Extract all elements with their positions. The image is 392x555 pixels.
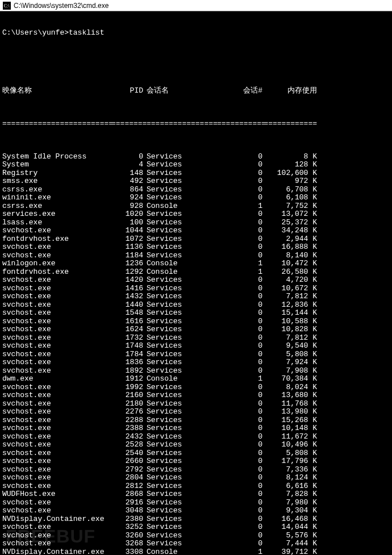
cell-sessionname: Services	[143, 490, 217, 499]
cell-sessionnum: 1	[217, 260, 262, 268]
cell-sessionnum: 0	[217, 523, 262, 532]
cell-sessionname: Services	[143, 499, 217, 507]
cell-memusage: 8,140 K	[262, 252, 317, 260]
table-row: svchost.exe1836Services07,924 K	[2, 358, 390, 367]
cell-pid: 2916	[111, 499, 143, 507]
cell-sessionname: Services	[143, 326, 217, 334]
table-row: svchost.exe2528Services010,496 K	[2, 441, 390, 449]
cell-memusage: 7,908 K	[262, 367, 317, 375]
cell-imagename: Registry	[2, 169, 111, 178]
cell-imagename: csrss.exe	[2, 202, 111, 211]
cell-imagename: svchost.exe	[2, 391, 111, 400]
cell-pid: 2540	[111, 449, 143, 458]
cell-sessionname: Console	[143, 375, 217, 383]
cell-imagename: services.exe	[2, 210, 111, 219]
cell-sessionnum: 0	[217, 301, 262, 310]
cell-sessionnum: 0	[217, 285, 262, 293]
cell-imagename: svchost.exe	[2, 342, 111, 350]
cell-memusage: 15,144 K	[262, 309, 317, 318]
cell-memusage: 10,672 K	[262, 285, 317, 293]
table-row: svchost.exe2660Services017,796 K	[2, 457, 390, 466]
prompt-text: C:\Users\yunfe>tasklist	[2, 29, 104, 37]
cell-sessionnum: 0	[217, 358, 262, 367]
cell-memusage: 4,720 K	[262, 276, 317, 285]
cell-sessionname: Services	[143, 153, 217, 161]
cell-pid: 3048	[111, 507, 143, 515]
cell-imagename: svchost.exe	[2, 482, 111, 491]
table-row: svchost.exe1892Services07,908 K	[2, 367, 390, 375]
cell-sessionname: Services	[143, 416, 217, 425]
cell-memusage: 6,708 K	[262, 186, 317, 194]
cell-imagename: fontdrvhost.exe	[2, 268, 111, 277]
cell-memusage: 17,796 K	[262, 457, 317, 466]
titlebar[interactable]: C:\ C:\Windows\system32\cmd.exe	[0, 0, 392, 11]
table-row: smss.exe492Services0972 K	[2, 177, 390, 186]
blank-line	[2, 54, 390, 62]
cell-imagename: WUDFHost.exe	[2, 490, 111, 499]
table-row: dwm.exe1912Console170,384 K	[2, 375, 390, 383]
cell-pid: 1440	[111, 301, 143, 310]
cell-memusage: 9,540 K	[262, 342, 317, 350]
cell-sessionnum: 1	[217, 202, 262, 211]
cell-sessionnum: 0	[217, 252, 262, 260]
table-row: svchost.exe1548Services015,144 K	[2, 309, 390, 318]
cell-sessionnum: 0	[217, 482, 262, 491]
cell-imagename: svchost.exe	[2, 457, 111, 466]
cell-memusage: 14,044 K	[262, 523, 317, 532]
cell-sessionname: Console	[143, 202, 217, 211]
cell-pid: 1020	[111, 210, 143, 219]
cell-sessionnum: 0	[217, 227, 262, 235]
cell-memusage: 10,496 K	[262, 441, 317, 449]
cell-pid: 1236	[111, 260, 143, 268]
cell-imagename: svchost.exe	[2, 334, 111, 343]
cell-imagename: svchost.exe	[2, 318, 111, 326]
cell-memusage: 11,768 K	[262, 400, 317, 408]
cell-imagename: svchost.exe	[2, 532, 111, 540]
cell-sessionname: Services	[143, 523, 217, 532]
cell-pid: 2804	[111, 474, 143, 482]
cell-pid: 1992	[111, 383, 143, 392]
cell-sessionnum: 0	[217, 507, 262, 515]
cell-sessionname: Services	[143, 383, 217, 392]
cell-pid: 1784	[111, 350, 143, 359]
cell-pid: 1892	[111, 367, 143, 375]
cell-memusage: 7,444 K	[262, 540, 317, 548]
cell-sessionnum: 0	[217, 219, 262, 227]
cell-pid: 2812	[111, 482, 143, 491]
cell-pid: 1044	[111, 227, 143, 235]
cell-pid: 2432	[111, 433, 143, 441]
cell-imagename: System	[2, 161, 111, 169]
cell-sessionnum: 0	[217, 186, 262, 194]
cell-sessionnum: 0	[217, 474, 262, 482]
cell-imagename: fontdrvhost.exe	[2, 235, 111, 244]
cell-imagename: svchost.exe	[2, 523, 111, 532]
table-row: fontdrvhost.exe1072Services02,944 K	[2, 235, 390, 244]
cell-sessionnum: 0	[217, 391, 262, 400]
cell-memusage: 7,828 K	[262, 490, 317, 499]
cell-sessionnum: 0	[217, 194, 262, 202]
cmd-icon: C:\	[2, 1, 11, 10]
cell-sessionnum: 0	[217, 293, 262, 301]
table-row: csrss.exe928Console17,752 K	[2, 202, 390, 211]
terminal-output[interactable]: C:\Users\yunfe>tasklist 映像名称 PID 会话名 会话#…	[0, 11, 392, 555]
cell-imagename: svchost.exe	[2, 293, 111, 301]
cell-sessionname: Services	[143, 252, 217, 260]
window-title: C:\Windows\system32\cmd.exe	[14, 2, 109, 10]
cell-sessionnum: 0	[217, 383, 262, 392]
cell-imagename: svchost.exe	[2, 416, 111, 425]
cell-sessionname: Services	[143, 342, 217, 350]
table-row: svchost.exe1184Services08,140 K	[2, 252, 390, 260]
cell-imagename: svchost.exe	[2, 441, 111, 449]
table-row: svchost.exe1136Services016,888 K	[2, 243, 390, 252]
cell-sessionname: Services	[143, 276, 217, 285]
cell-memusage: 7,812 K	[262, 293, 317, 301]
cell-sessionnum: 0	[217, 326, 262, 334]
header-sessionnum: 会话#	[217, 87, 262, 95]
cell-sessionname: Services	[143, 235, 217, 244]
cell-sessionnum: 0	[217, 540, 262, 548]
table-row: svchost.exe2804Services08,124 K	[2, 474, 390, 482]
cell-pid: 2660	[111, 457, 143, 466]
cell-sessionnum: 0	[217, 318, 262, 326]
cell-memusage: 8,024 K	[262, 383, 317, 392]
cell-sessionname: Services	[143, 161, 217, 169]
